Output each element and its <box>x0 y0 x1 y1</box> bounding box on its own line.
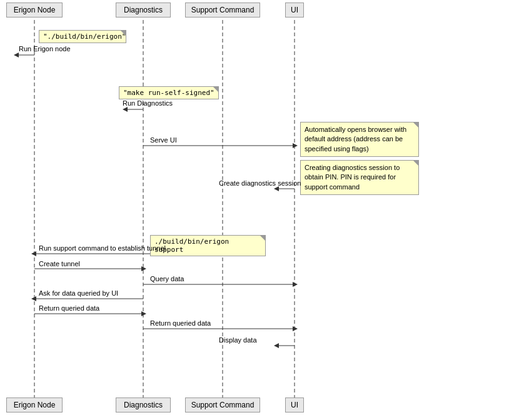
actor-support-top: Support Command <box>185 2 260 18</box>
cmd-erigon-run: "./build/bin/erigon" <box>39 30 126 43</box>
note-browser: Automatically opens browser with default… <box>300 122 419 157</box>
actor-ui-top: UI <box>285 2 304 18</box>
label-run-erigon: Run Erigon node <box>19 45 71 52</box>
svg-marker-25 <box>274 343 279 348</box>
label-run-support: Run support command to establish tunnel <box>39 244 166 252</box>
actor-diagnostics-top: Diagnostics <box>116 2 171 18</box>
svg-marker-19 <box>31 296 36 301</box>
label-query-data: Query data <box>150 275 184 282</box>
actor-ui-bottom: UI <box>285 398 304 412</box>
svg-marker-7 <box>123 107 128 112</box>
label-return-data-1: Return queried data <box>39 304 99 312</box>
label-create-session: Create diagnostics session <box>219 179 301 187</box>
actor-erigon-bottom: Erigon Node <box>6 398 63 412</box>
label-display-data: Display data <box>219 336 257 344</box>
label-create-tunnel: Create tunnel <box>39 260 80 268</box>
svg-marker-23 <box>293 326 298 331</box>
label-serve-ui: Serve UI <box>150 136 177 144</box>
svg-marker-21 <box>141 311 146 316</box>
cmd-support: ./build/bin/erigon support <box>150 235 266 256</box>
label-return-data-2: Return queried data <box>150 319 211 327</box>
label-run-diagnostics: Run Diagnostics <box>123 99 173 107</box>
arrows-layer <box>0 0 509 420</box>
actor-erigon-top: Erigon Node <box>6 2 63 18</box>
svg-marker-15 <box>141 266 146 271</box>
svg-marker-13 <box>31 251 36 256</box>
note-pin: Creating diagnostics session to obtain P… <box>300 160 419 195</box>
actor-diagnostics-bottom: Diagnostics <box>116 398 171 412</box>
cmd-make-run: "make run-self-signed" <box>119 86 219 99</box>
svg-marker-5 <box>14 52 19 58</box>
label-ask-data: Ask for data queried by UI <box>39 289 118 297</box>
svg-marker-11 <box>274 186 279 191</box>
svg-marker-9 <box>293 143 298 148</box>
svg-marker-17 <box>293 282 298 287</box>
actor-support-bottom: Support Command <box>185 398 260 412</box>
sequence-diagram: Erigon Node Diagnostics Support Command … <box>0 0 509 420</box>
